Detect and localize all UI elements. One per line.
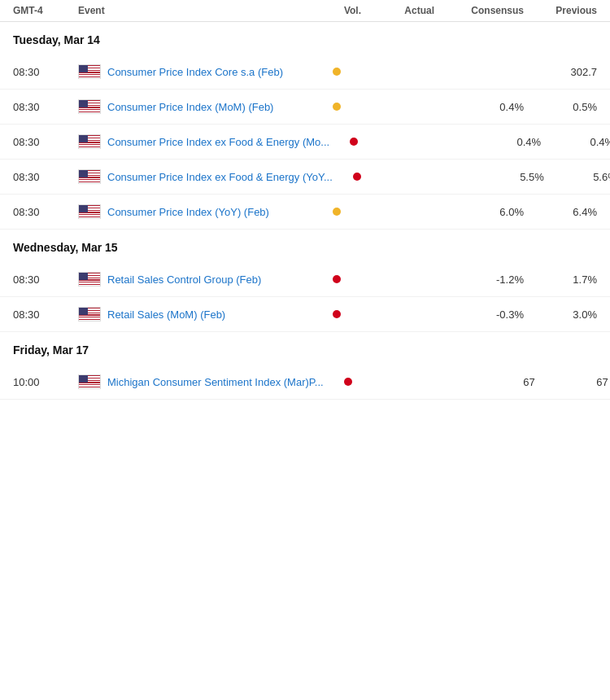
us-flag-icon xyxy=(78,307,101,322)
volatility-dot xyxy=(350,138,358,146)
consensus-value: 0.4% xyxy=(434,101,524,113)
consensus-value: -1.2% xyxy=(434,273,524,286)
event-name-cell: Consumer Price Index ex Food & Energy (Y… xyxy=(78,169,333,184)
us-flag-icon xyxy=(78,134,101,149)
vol-cell xyxy=(312,308,361,321)
event-name-cell: Consumer Price Index ex Food & Energy (M… xyxy=(78,134,329,149)
event-time: 08:30 xyxy=(13,136,78,148)
section-tuesday: Tuesday, Mar 1408:30Consumer Price Index… xyxy=(0,22,610,230)
us-flag-icon xyxy=(78,204,101,219)
event-time: 08:30 xyxy=(13,206,78,218)
previous-value: 6.4% xyxy=(524,206,597,218)
vol-cell xyxy=(329,136,378,148)
volatility-dot xyxy=(333,275,341,283)
section-header-tuesday: Tuesday, Mar 14 xyxy=(0,22,610,55)
col-previous: Previous xyxy=(524,5,597,16)
table-row[interactable]: 08:30Retail Sales (MoM) (Feb)-0.3%3.0% xyxy=(0,297,610,332)
col-event: Event xyxy=(78,5,312,16)
us-flag-icon xyxy=(78,374,101,389)
table-header: GMT-4 Event Vol. Actual Consensus Previo… xyxy=(0,0,610,22)
us-flag-icon xyxy=(78,272,101,287)
consensus-value: 67 xyxy=(446,376,535,388)
event-name-cell: Consumer Price Index (MoM) (Feb) xyxy=(78,99,312,114)
event-time: 08:30 xyxy=(13,308,78,321)
event-name-cell: Consumer Price Index Core s.a (Feb) xyxy=(78,64,312,79)
col-consensus: Consensus xyxy=(434,5,524,16)
previous-value: 0.5% xyxy=(524,101,597,113)
table-row[interactable]: 08:30Retail Sales Control Group (Feb)-1.… xyxy=(0,262,610,297)
event-name-cell: Michigan Consumer Sentiment Index (Mar)P… xyxy=(78,374,324,389)
event-name[interactable]: Retail Sales Control Group (Feb) xyxy=(107,273,261,286)
table-row[interactable]: 08:30Consumer Price Index ex Food & Ener… xyxy=(0,160,610,195)
volatility-dot xyxy=(333,208,341,216)
volatility-dot xyxy=(333,68,341,76)
event-name[interactable]: Consumer Price Index (YoY) (Feb) xyxy=(107,206,269,218)
event-time: 08:30 xyxy=(13,273,78,286)
event-time: 08:30 xyxy=(13,101,78,113)
previous-value: 67 xyxy=(535,376,608,388)
us-flag-icon xyxy=(78,99,101,114)
previous-value: 3.0% xyxy=(524,308,597,321)
table-row[interactable]: 08:30Consumer Price Index Core s.a (Feb)… xyxy=(0,55,610,90)
table-row[interactable]: 08:30Consumer Price Index ex Food & Ener… xyxy=(0,125,610,160)
col-actual: Actual xyxy=(361,5,434,16)
consensus-value: 6.0% xyxy=(434,206,524,218)
previous-value: 1.7% xyxy=(524,273,597,286)
table-row[interactable]: 10:00Michigan Consumer Sentiment Index (… xyxy=(0,365,610,400)
vol-cell xyxy=(333,171,381,183)
event-name[interactable]: Consumer Price Index ex Food & Energy (Y… xyxy=(107,171,333,183)
volatility-dot xyxy=(333,310,341,318)
event-time: 08:30 xyxy=(13,171,78,183)
event-name-cell: Consumer Price Index (YoY) (Feb) xyxy=(78,204,312,219)
event-name[interactable]: Consumer Price Index (MoM) (Feb) xyxy=(107,101,273,113)
us-flag-icon xyxy=(78,169,101,184)
volatility-dot xyxy=(353,173,361,181)
col-vol: Vol. xyxy=(312,5,361,16)
col-timezone: GMT-4 xyxy=(13,5,78,16)
vol-cell xyxy=(312,66,361,78)
consensus-value: 5.5% xyxy=(455,171,544,183)
sections-container: Tuesday, Mar 1408:30Consumer Price Index… xyxy=(0,22,610,400)
previous-value: 302.7 xyxy=(524,66,597,78)
vol-cell xyxy=(312,206,361,218)
vol-cell xyxy=(312,101,361,113)
event-name[interactable]: Retail Sales (MoM) (Feb) xyxy=(107,308,225,321)
section-header-friday: Friday, Mar 17 xyxy=(0,332,610,365)
section-header-wednesday: Wednesday, Mar 15 xyxy=(0,230,610,262)
event-name[interactable]: Consumer Price Index Core s.a (Feb) xyxy=(107,66,283,78)
consensus-value: -0.3% xyxy=(434,308,524,321)
vol-cell xyxy=(324,376,373,388)
volatility-dot xyxy=(344,378,352,386)
table-row[interactable]: 08:30Consumer Price Index (YoY) (Feb)6.0… xyxy=(0,195,610,230)
event-name[interactable]: Michigan Consumer Sentiment Index (Mar)P… xyxy=(107,376,324,388)
event-name-cell: Retail Sales (MoM) (Feb) xyxy=(78,307,312,322)
vol-cell xyxy=(312,273,361,286)
section-wednesday: Wednesday, Mar 1508:30Retail Sales Contr… xyxy=(0,230,610,332)
previous-value: 0.4% xyxy=(541,136,610,148)
event-name-cell: Retail Sales Control Group (Feb) xyxy=(78,272,312,287)
section-friday: Friday, Mar 1710:00Michigan Consumer Sen… xyxy=(0,332,610,400)
volatility-dot xyxy=(333,103,341,111)
event-name[interactable]: Consumer Price Index ex Food & Energy (M… xyxy=(107,136,329,148)
event-time: 08:30 xyxy=(13,66,78,78)
table-row[interactable]: 08:30Consumer Price Index (MoM) (Feb)0.4… xyxy=(0,90,610,125)
event-time: 10:00 xyxy=(13,376,78,388)
consensus-value: 0.4% xyxy=(451,136,541,148)
us-flag-icon xyxy=(78,64,101,79)
previous-value: 5.6% xyxy=(544,171,610,183)
